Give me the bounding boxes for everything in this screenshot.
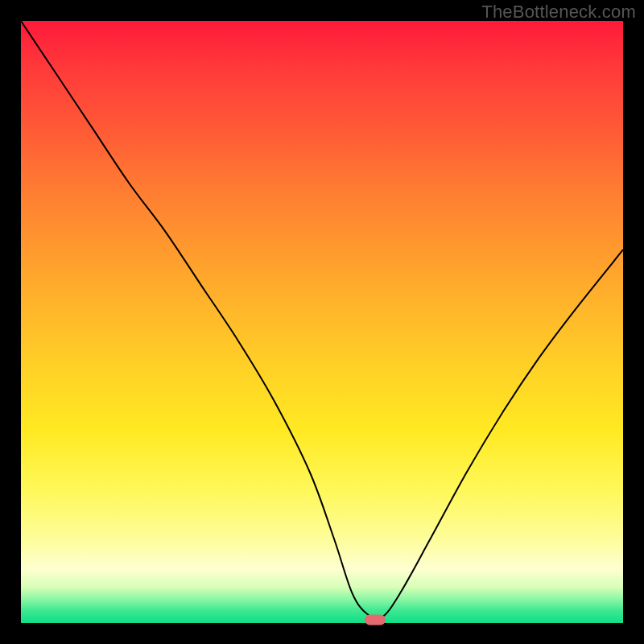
minimum-marker bbox=[365, 614, 386, 625]
chart-frame: TheBottleneck.com bbox=[0, 0, 644, 644]
watermark-text: TheBottleneck.com bbox=[481, 2, 636, 23]
bottleneck-curve bbox=[21, 21, 623, 623]
curve-path bbox=[21, 21, 623, 619]
plot-area bbox=[21, 21, 623, 623]
